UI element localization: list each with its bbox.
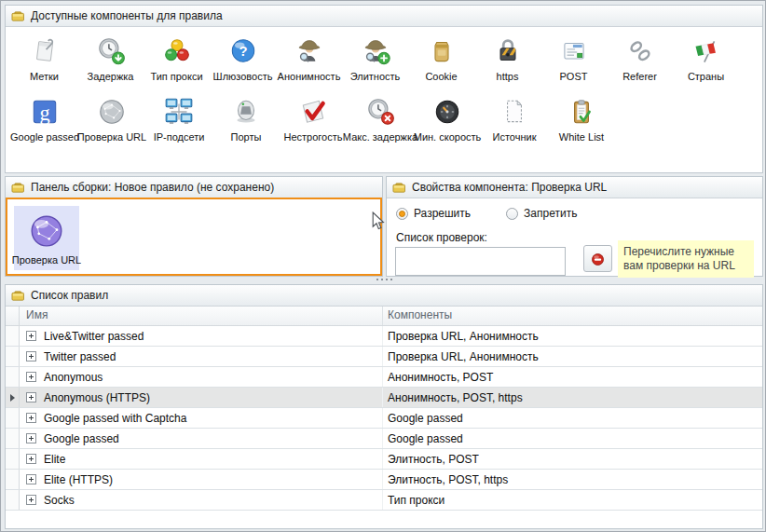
max-delay-icon [364,96,396,128]
expand-plus-icon[interactable] [26,474,36,484]
palette-item-min-speed[interactable]: Мин. скорость [414,96,481,143]
palette-item-ports[interactable]: Порты [212,96,280,143]
available-components-header: Доступные компоненты для правила [6,6,762,27]
components-panel-icon [11,9,25,23]
build-area[interactable]: Проверка URL [6,198,382,276]
rules-list-title: Список правил [31,289,108,302]
build-item-label: Проверка URL [12,254,81,266]
rule-name-cell: Live&Twitter passed [20,326,383,346]
properties-content: Разрешить Запретить Список проверок: Пер… [387,198,762,276]
palette-item-google[interactable]: gGoogle passed [11,96,78,143]
palette-item-delay[interactable]: Задержка [77,35,144,82]
expand-plus-icon[interactable] [26,392,36,402]
palette-item-label: Задержка [88,71,134,82]
build-item-url-check[interactable]: Проверка URL [14,206,79,270]
rule-row[interactable]: SocksТип прокси [6,490,762,511]
palette-item-post[interactable]: POST [540,35,607,82]
palette-item-whitelist[interactable]: White List [548,96,615,143]
rule-row[interactable]: Twitter passedПроверка URL, Анонимность [6,347,762,367]
row-selector-gutter [6,470,20,489]
palette-item-https[interactable]: https [474,35,540,82]
notes-icon [29,35,61,67]
radio-allow-circle[interactable] [396,208,408,220]
build-panel-header: Панель сборки: Новое правило (не сохране… [6,177,382,198]
row-selector-gutter [6,367,20,387]
palette-item-referer[interactable]: Referer [607,35,673,82]
palette-row-2: gGoogle passedПроверка URLIP-подсетиПорт… [6,96,762,143]
radio-deny-label: Запретить [524,207,577,220]
check-list-input[interactable] [395,247,566,276]
row-selector-gutter [6,347,20,366]
palette-item-label: https [497,71,519,82]
url-check-purple-icon [26,211,67,253]
palette-item-elite[interactable]: Элитность [342,35,408,82]
expand-plus-icon[interactable] [26,351,36,361]
proxy-type-icon [161,35,193,67]
palette-item-label: Страны [688,71,724,82]
palette-item-label: Шлюзовость [213,71,273,82]
palette-item-proxy-type[interactable]: Тип прокси [144,35,210,82]
palette-item-notes[interactable]: Метки [11,35,77,82]
palette-item-url-check[interactable]: Проверка URL [78,96,145,143]
rules-list-panel: Список правил Имя Компоненты Live&Twitte… [5,284,763,529]
rule-row[interactable]: Google passedGoogle passed [6,429,762,449]
palette-item-label: Тип прокси [150,71,202,82]
expand-plus-icon[interactable] [26,413,36,423]
radio-deny[interactable]: Запретить [506,207,577,220]
svg-text:g: g [39,102,49,125]
component-properties-header: Свойства компонента: Проверка URL [387,177,762,198]
palette-item-source[interactable]: Источник [481,96,548,143]
rule-components: Анонимность, POST, https [388,391,523,404]
rule-components: Проверка URL, Анонимность [388,350,539,363]
palette-item-cookie[interactable]: Cookie [408,35,474,82]
expand-plus-icon[interactable] [26,433,36,443]
row-selector-gutter [6,326,20,346]
palette-item-max-delay[interactable]: Макс. задержка [347,96,414,143]
palette-item-label: Анонимность [278,71,341,82]
palette-item-anonymity[interactable]: Анонимность [276,35,342,82]
referer-icon [624,35,656,67]
rule-components: Google passed [388,432,463,445]
ip-subnets-icon [163,96,195,128]
expand-plus-icon[interactable] [26,372,36,382]
rule-row[interactable]: Live&Twitter passedПроверка URL, Анонимн… [6,326,762,347]
source-icon [499,96,530,128]
expand-plus-icon[interactable] [26,454,36,464]
rule-name-cell: Elite [20,449,383,469]
radio-allow-label: Разрешить [414,207,471,220]
rule-name: Elite [44,453,65,466]
remove-button[interactable] [583,245,612,272]
expand-plus-icon[interactable] [26,331,36,341]
rule-row[interactable]: Google passed with CaptchaGoogle passed [6,408,762,429]
palette-item-gateway[interactable]: ?Шлюзовость [210,35,276,82]
splitter-handle[interactable] [376,279,392,280]
rule-row[interactable]: Anonymous (HTTPS)Анонимность, POST, http… [6,388,762,408]
rules-list-header: Список правил [6,285,762,307]
component-properties-title: Свойства компонента: Проверка URL [412,181,607,194]
rule-row[interactable]: EliteЭлитность, POST [6,449,762,470]
column-header-components[interactable]: Компоненты [383,307,762,325]
radio-deny-circle[interactable] [506,208,518,220]
rule-components: Элитность, POST [388,453,479,466]
palette-item-countries[interactable]: Страны [673,35,739,82]
rule-components: Анонимность, POST [388,371,493,384]
palette-item-non-strict[interactable]: Нестрогость [280,96,347,143]
expand-plus-icon[interactable] [26,495,36,505]
rule-components-cell: Анонимность, POST, https [383,388,762,407]
rule-row[interactable]: Elite (HTTPS)Элитность, POST, https [6,470,762,490]
rule-name-cell: Anonymous [20,367,383,387]
post-icon [558,35,590,67]
palette-item-label: Метки [30,71,59,82]
rule-name-cell: Anonymous (HTTPS) [20,388,383,407]
rule-row[interactable]: AnonymousАнонимность, POST [6,367,762,388]
palette-item-label: Нестрогость [284,131,343,143]
rule-name: Twitter passed [44,350,116,363]
gateway-icon: ? [227,35,259,67]
rule-components-cell: Элитность, POST [383,449,762,469]
rule-name-cell: Google passed [20,429,383,448]
column-header-name[interactable]: Имя [20,307,383,325]
radio-allow[interactable]: Разрешить [396,207,471,220]
palette-item-ip-subnets[interactable]: IP-подсети [145,96,212,143]
rule-components: Тип прокси [388,494,445,507]
rule-name-cell: Elite (HTTPS) [20,470,383,489]
